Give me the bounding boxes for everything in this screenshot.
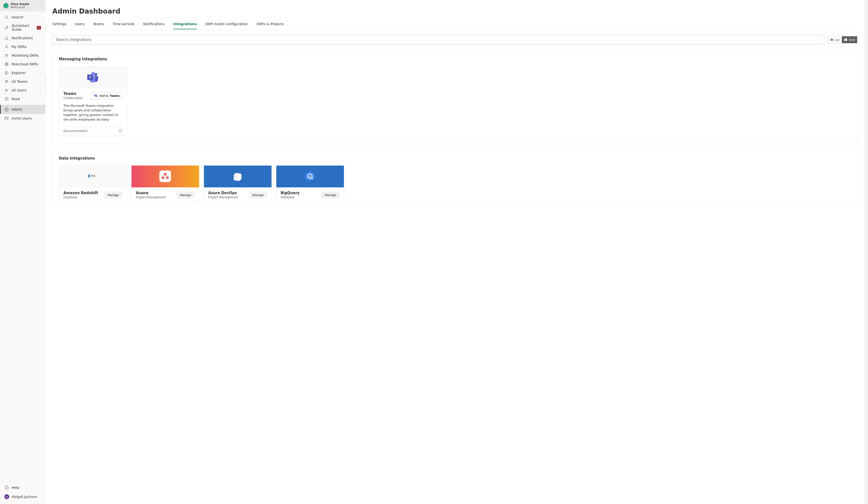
org-subtitle: Relecloud	[11, 6, 38, 9]
svg-rect-30	[89, 174, 89, 178]
rocket-icon	[4, 25, 9, 30]
help-icon	[4, 485, 9, 490]
sidebar-nav: SearchQuickstart Guide3NotificationsMy O…	[0, 11, 45, 482]
card-description: The Microsoft Teams integration brings g…	[63, 104, 122, 122]
svg-point-36	[166, 176, 169, 179]
svg-rect-21	[845, 40, 846, 41]
svg-point-6	[5, 71, 8, 75]
data-integrations-panel: Data Integrations amazonREDSHIFTAmazon R…	[52, 150, 857, 204]
sidebar-item-label: Relecloud OKRs	[12, 62, 41, 66]
sidebar-item-quickstart-guide[interactable]: Quickstart Guide3	[0, 22, 45, 34]
controls-row: List Grid	[52, 35, 857, 44]
sidebar-item-label: Marketing OKRs	[12, 53, 41, 57]
svg-rect-13	[5, 117, 8, 120]
sidebar-item-label: Notifications	[12, 36, 41, 40]
bigquery-logo-icon	[304, 170, 316, 183]
sidebar-item-notifications[interactable]: Notifications	[0, 34, 45, 42]
card-banner	[132, 166, 199, 187]
integration-card-amazon-redshift: amazonREDSHIFTAmazon RedshiftDatabaseMan…	[59, 165, 127, 202]
svg-point-34	[164, 173, 167, 176]
add-to-teams-button[interactable]: T Add to Teams	[91, 92, 122, 99]
svg-rect-17	[830, 40, 833, 40]
svg-text:REDSHIFT: REDSHIFT	[91, 176, 96, 177]
tab-integrations[interactable]: Integrations	[173, 20, 197, 29]
users-icon	[4, 88, 9, 93]
svg-point-0	[5, 16, 8, 18]
tab-notifications[interactable]: Notifications	[143, 20, 165, 29]
sidebar-item-invite[interactable]: Invite Users	[0, 114, 45, 123]
sidebar-item-my-okrs[interactable]: My OKRs	[0, 42, 45, 51]
svg-text:amazon: amazon	[91, 175, 95, 176]
svg-point-2	[6, 45, 7, 47]
sidebar-item-marketing-okrs[interactable]: Marketing OKRs	[0, 51, 45, 60]
sidebar-item-label: All Teams	[12, 80, 37, 84]
card-banner	[276, 166, 344, 187]
svg-point-10	[7, 90, 8, 91]
chevron-right-icon: ›	[40, 89, 41, 92]
org-name: Viva Goals	[11, 2, 38, 6]
sidebar-item-help[interactable]: Help	[0, 483, 45, 492]
gear-icon	[4, 107, 9, 112]
globe-icon	[4, 62, 9, 66]
team-icon	[4, 53, 9, 57]
manage-button[interactable]: Manage	[249, 191, 267, 199]
search-integrations-input[interactable]	[52, 35, 824, 44]
svg-rect-33	[159, 170, 171, 182]
manage-button[interactable]: Manage	[104, 191, 122, 199]
sidebar-item-feed[interactable]: Feed	[0, 95, 45, 103]
tab-okrs-projects[interactable]: OKRs & Projects	[257, 20, 284, 29]
tab-time-periods[interactable]: Time periods	[113, 20, 135, 29]
svg-point-35	[162, 176, 164, 179]
user-name: Abigail Jackson	[12, 495, 37, 499]
integration-card-asana: AsanaProject ManagementManage	[131, 165, 199, 202]
view-grid-button[interactable]: Grid	[842, 36, 857, 43]
mail-icon	[4, 116, 9, 120]
card-title: Azure DevOps	[208, 191, 238, 195]
scrollbar[interactable]	[865, 0, 868, 504]
manage-button[interactable]: Manage	[177, 191, 195, 199]
chevron-down-icon: ⌄	[40, 4, 42, 7]
chevron-right-icon: ›	[40, 72, 41, 74]
sidebar-item-label: Invite Users	[12, 116, 41, 120]
compass-icon	[4, 71, 9, 75]
sidebar-item-search[interactable]: Search	[0, 13, 45, 22]
card-subtitle: Collaboration	[63, 96, 83, 100]
manage-button[interactable]: Manage	[321, 191, 340, 199]
integration-card-bigquery: BigQueryDatabaseManage	[276, 165, 344, 202]
tab-okr-model-configuration[interactable]: OKR model configuration	[205, 20, 248, 29]
panel-title: Messaging Integrations	[59, 57, 851, 61]
svg-rect-19	[845, 39, 846, 40]
svg-point-23	[95, 73, 97, 75]
svg-point-15	[7, 488, 7, 489]
documentation-link[interactable]: Documentation	[63, 129, 122, 133]
teams-small-icon: T	[94, 94, 98, 97]
org-switcher[interactable]: Viva Goals Relecloud ⌄	[0, 0, 45, 11]
svg-point-4	[7, 54, 8, 55]
card-title: Asana	[136, 191, 166, 195]
integration-card-azure-devops: Azure DevOpsProject ManagementManage	[204, 165, 272, 202]
sidebar-item-relecloud-okrs[interactable]: Relecloud OKRs	[0, 60, 45, 69]
view-list-button[interactable]: List	[828, 36, 842, 43]
sidebar-item-all-teams[interactable]: All Teams›	[0, 77, 45, 86]
tab-settings[interactable]: Settings	[52, 20, 66, 29]
chevron-right-icon: ›	[40, 80, 41, 83]
card-banner: T	[59, 66, 127, 88]
feed-icon	[4, 97, 9, 101]
sidebar-item-label: Explorer	[12, 71, 37, 75]
page-title: Admin Dashboard	[52, 7, 857, 15]
svg-point-7	[5, 80, 7, 82]
tab-users[interactable]: Users	[75, 20, 84, 29]
sidebar-item-explorer[interactable]: Explorer›	[0, 69, 45, 77]
tab-teams[interactable]: Teams	[93, 20, 104, 29]
redshift-logo-icon: amazonREDSHIFT	[87, 170, 99, 182]
card-title: Teams	[63, 92, 83, 96]
card-title: BigQuery	[281, 191, 300, 195]
sidebar-item-all-users[interactable]: All Users›	[0, 86, 45, 95]
person-icon	[4, 44, 9, 49]
sidebar-item-label: Admin	[12, 107, 41, 111]
sidebar-item-admin[interactable]: Admin	[0, 105, 45, 114]
sidebar: Viva Goals Relecloud ⌄ SearchQuickstart …	[0, 0, 45, 504]
card-title: Amazon Redshift	[63, 191, 98, 195]
current-user[interactable]: AJ Abigail Jackson	[0, 492, 45, 502]
panel-title: Data Integrations	[59, 156, 851, 160]
